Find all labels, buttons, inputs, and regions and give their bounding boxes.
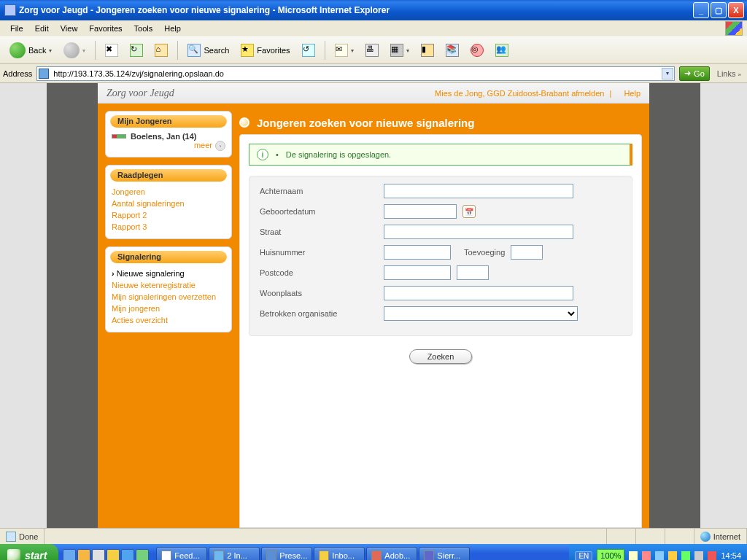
jongere-item[interactable]: Boelens, Jan (14) [112, 132, 225, 141]
quick-launch-icon[interactable] [77, 549, 90, 560]
tray-icon[interactable] [708, 551, 716, 560]
edit-button[interactable]: ▦▾ [385, 41, 414, 60]
star-icon: ★ [241, 44, 254, 57]
panel-mijn-jongeren: Mijn Jongeren Boelens, Jan (14) meer› [105, 111, 232, 158]
input-achternaam[interactable] [384, 184, 573, 198]
label-organisatie: Betrokken organisatie [260, 309, 376, 318]
sidebar-item-jongeren[interactable]: Jongeren [112, 186, 225, 198]
task-button[interactable]: 2 In... [209, 547, 260, 560]
input-toevoeging[interactable] [511, 245, 543, 260]
task-icon [266, 551, 276, 560]
language-indicator[interactable]: EN [575, 551, 592, 561]
address-input[interactable] [36, 66, 675, 81]
panel-title: Raadplegen [110, 168, 227, 182]
print-button[interactable]: 🖶 [360, 41, 384, 60]
task-button[interactable]: Prese... [261, 547, 312, 560]
antivirus-button[interactable]: ◎ [465, 41, 489, 60]
start-button[interactable]: start [0, 544, 58, 560]
browser-viewport: Zorg voor Jeugd Mies de Jong, GGD Zuidoo… [0, 83, 747, 528]
stop-button[interactable]: ✖ [100, 41, 123, 60]
messenger-button[interactable]: 👥 [490, 41, 514, 60]
tray-icon[interactable] [655, 551, 664, 560]
quick-launch-icon[interactable] [92, 549, 105, 560]
security-zone: Internet [694, 529, 747, 544]
sidebar-item-nieuwe-signalering[interactable]: Nieuwe signalering [112, 268, 225, 279]
taskbar: start Feed... 2 In... Prese... Inbo... A… [0, 544, 747, 560]
favorites-button[interactable]: ★Favorites [236, 41, 295, 60]
quick-launch-icon[interactable] [107, 549, 120, 560]
select-organisatie[interactable] [384, 306, 578, 321]
tray-icon[interactable] [668, 551, 677, 560]
tray-icon[interactable] [642, 551, 651, 560]
help-link[interactable]: Help [624, 89, 640, 98]
tray-icon[interactable] [629, 551, 638, 560]
task-button[interactable]: Sierr... [419, 547, 470, 560]
zoom-indicator[interactable]: 100% [597, 549, 624, 560]
sidebar-item-mijn-signaleringen-overzetten[interactable]: Mijn signaleringen overzetten [112, 291, 225, 303]
menu-edit[interactable]: Edit [29, 23, 55, 34]
status-text: Done [19, 532, 38, 541]
toolbar-separator [95, 41, 96, 60]
links-button[interactable]: Links » [714, 69, 744, 78]
sidebar-item-nieuwe-ketenregistratie[interactable]: Nieuwe ketenregistratie [112, 279, 225, 291]
input-geboortedatum[interactable] [384, 204, 457, 219]
print-icon: 🖶 [365, 44, 379, 57]
address-dropdown-button[interactable]: ▾ [662, 68, 673, 79]
window-minimize-button[interactable]: _ [693, 2, 709, 18]
task-button[interactable]: Adob... [366, 547, 417, 560]
menu-help[interactable]: Help [158, 23, 187, 34]
task-icon [319, 551, 329, 560]
history-button[interactable]: ↺ [297, 41, 320, 60]
window-close-button[interactable]: X [728, 2, 744, 18]
chevron-down-icon: ▾ [49, 47, 52, 54]
forward-button[interactable]: ▾ [58, 41, 90, 60]
label-toevoeging: Toevoeging [464, 248, 505, 257]
links-label: Links [717, 69, 736, 78]
sidebar-item-aantal-signaleringen[interactable]: Aantal signaleringen [112, 198, 225, 209]
sidebar-item-acties-overzicht[interactable]: Acties overzicht [112, 314, 225, 326]
sidebar-item-mijn-jongeren[interactable]: Mijn jongeren [112, 303, 225, 314]
task-label: Prese... [279, 551, 307, 560]
address-label: Address [3, 69, 32, 78]
task-icon [424, 551, 434, 560]
back-button[interactable]: Back ▾ [4, 41, 57, 60]
zone-label: Internet [713, 532, 740, 541]
task-button[interactable]: Feed... [156, 547, 207, 560]
menu-favorites[interactable]: Favorites [83, 23, 128, 34]
tray-icon[interactable] [694, 551, 703, 560]
zoeken-button[interactable]: Zoeken [409, 349, 473, 364]
menu-view[interactable]: View [55, 23, 84, 34]
user-logout-link[interactable]: Mies de Jong, GGD Zuidoost-Brabant afmel… [435, 89, 604, 98]
calendar-button[interactable]: 📅 [462, 205, 476, 218]
quick-launch-icon[interactable] [63, 549, 76, 560]
chevron-down-icon: ▾ [82, 47, 85, 54]
input-woonplaats[interactable] [384, 286, 573, 300]
input-postcode-letters[interactable] [457, 265, 489, 280]
window-maximize-button[interactable]: ▢ [711, 2, 727, 18]
sidebar-item-rapport-2[interactable]: Rapport 2 [112, 209, 225, 221]
search-button[interactable]: 🔍Search [182, 41, 234, 60]
research-button[interactable]: 📚 [441, 41, 464, 60]
menu-tools[interactable]: Tools [128, 23, 159, 34]
home-button[interactable]: ⌂ [150, 41, 173, 60]
globe-icon [700, 532, 711, 542]
input-postcode-digits[interactable] [384, 265, 451, 280]
page-icon [39, 69, 49, 79]
quick-launch-icon[interactable] [136, 549, 149, 560]
refresh-icon: ↻ [130, 44, 143, 57]
meer-link[interactable]: meer› [194, 141, 225, 149]
input-straat[interactable] [384, 225, 573, 239]
refresh-button[interactable]: ↻ [125, 41, 148, 60]
task-button[interactable]: Inbo... [314, 547, 365, 560]
discuss-button[interactable]: ▮ [416, 41, 439, 60]
mail-button[interactable]: ✉▾ [330, 41, 359, 60]
menu-file[interactable]: File [4, 23, 29, 34]
sidebar-item-rapport-3[interactable]: Rapport 3 [112, 221, 225, 233]
quick-launch-icon[interactable] [121, 549, 134, 560]
tray-icon[interactable] [681, 551, 690, 560]
go-button[interactable]: ➜Go [679, 66, 710, 81]
brand-logo: Zorg voor Jeugd [107, 88, 174, 99]
input-huisnummer[interactable] [384, 245, 451, 260]
clock[interactable]: 14:54 [721, 551, 741, 560]
mail-icon: ✉ [335, 44, 348, 57]
